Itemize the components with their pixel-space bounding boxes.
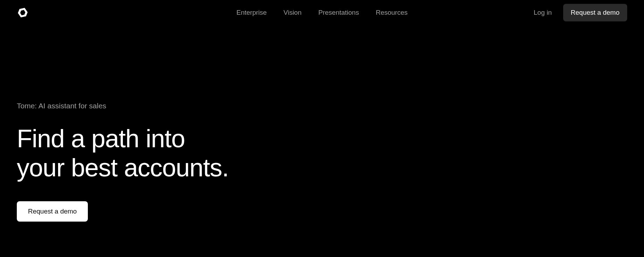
logo[interactable]	[17, 7, 29, 19]
nav-right: Log in Request a demo	[534, 4, 627, 21]
hero-title-line2: your best accounts.	[17, 154, 229, 182]
hero-subtitle: Tome: AI assistant for sales	[17, 102, 627, 110]
login-link[interactable]: Log in	[534, 9, 552, 16]
nav-center: Enterprise Vision Presentations Resource…	[236, 9, 407, 16]
logo-icon	[17, 7, 29, 19]
hero-section: Tome: AI assistant for sales Find a path…	[0, 25, 644, 222]
hero-title-line1: Find a path into	[17, 124, 185, 153]
hero-title: Find a path into your best accounts.	[17, 124, 627, 182]
header: Enterprise Vision Presentations Resource…	[0, 0, 644, 25]
nav-link-resources[interactable]: Resources	[376, 9, 408, 16]
nav-link-enterprise[interactable]: Enterprise	[236, 9, 267, 16]
nav-link-presentations[interactable]: Presentations	[318, 9, 359, 16]
request-demo-button-header[interactable]: Request a demo	[563, 4, 627, 21]
nav-link-vision[interactable]: Vision	[284, 9, 301, 16]
request-demo-button-hero[interactable]: Request a demo	[17, 201, 88, 222]
